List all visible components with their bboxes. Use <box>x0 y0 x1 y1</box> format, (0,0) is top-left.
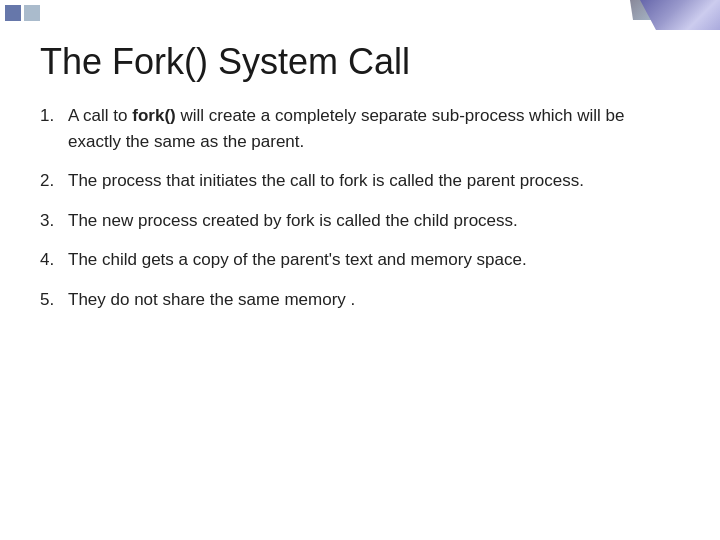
item-number-1: 1. <box>40 103 68 129</box>
list-item: 3. The new process created by fork is ca… <box>40 208 680 234</box>
list-item: 5. They do not share the same memory . <box>40 287 680 313</box>
top-left-decoration <box>5 5 40 21</box>
list-item: 4. The child gets a copy of the parent's… <box>40 247 680 273</box>
item-text-1: A call to fork() will create a completel… <box>68 103 680 154</box>
deco-square-gray <box>24 5 40 21</box>
item-text-2: The process that initiates the call to f… <box>68 168 680 194</box>
deco-square-blue <box>5 5 21 21</box>
list-item: 1. A call to fork() will create a comple… <box>40 103 680 154</box>
item-text-3: The new process created by fork is calle… <box>68 208 680 234</box>
fork-bold: fork() <box>132 106 175 125</box>
slide-container: The Fork() System Call 1. A call to fork… <box>0 0 720 540</box>
item-number-4: 4. <box>40 247 68 273</box>
item-number-3: 3. <box>40 208 68 234</box>
item-text-4: The child gets a copy of the parent's te… <box>68 247 680 273</box>
slide-title: The Fork() System Call <box>40 40 680 83</box>
item-number-5: 5. <box>40 287 68 313</box>
item-text-5: They do not share the same memory . <box>68 287 680 313</box>
list-item: 2. The process that initiates the call t… <box>40 168 680 194</box>
corner-decoration-primary <box>640 0 720 30</box>
item-number-2: 2. <box>40 168 68 194</box>
content-list: 1. A call to fork() will create a comple… <box>40 103 680 312</box>
